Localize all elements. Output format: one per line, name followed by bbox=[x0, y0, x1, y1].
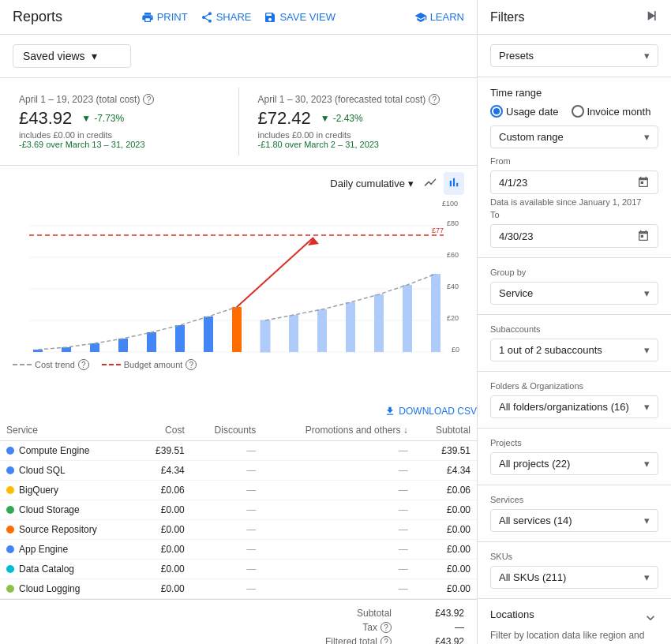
svg-rect-13 bbox=[33, 350, 43, 352]
chart-type-dropdown[interactable]: Daily cumulative ▾ bbox=[330, 178, 414, 189]
subtotal-cell: £39.51 bbox=[414, 441, 477, 461]
svg-rect-19 bbox=[204, 316, 213, 352]
filters-title: Filters bbox=[490, 10, 525, 24]
filtered-total-value: £43.92 bbox=[417, 636, 464, 644]
help-icon-2[interactable]: ? bbox=[429, 94, 440, 105]
tax-help-icon[interactable]: ? bbox=[380, 622, 392, 633]
cost-card-actual: April 1 – 19, 2023 (total cost) ? £43.92… bbox=[13, 88, 226, 155]
from-date-input[interactable]: 4/1/23 bbox=[490, 170, 658, 194]
folders-value: All folders/organizations (16) bbox=[499, 401, 629, 413]
toolbar: Saved views ▾ bbox=[0, 35, 477, 78]
svg-rect-22 bbox=[289, 315, 298, 352]
learn-button[interactable]: LEARN bbox=[414, 11, 464, 24]
cost-cell: £4.34 bbox=[136, 461, 190, 481]
subaccounts-section: Subaccounts 1 out of 2 subaccounts ▾ bbox=[478, 315, 671, 372]
print-button[interactable]: PRINT bbox=[141, 11, 188, 24]
subtotal-cell: £0.00 bbox=[414, 520, 477, 540]
svg-text:£60: £60 bbox=[447, 251, 459, 259]
subaccounts-value: 1 out of 2 subaccounts bbox=[499, 344, 602, 356]
cost-cell: £0.00 bbox=[136, 560, 190, 579]
left-panel: Reports PRINT SHARE SAVE VIEW LEARN Save… bbox=[0, 0, 478, 644]
th-service: Service bbox=[0, 420, 136, 441]
discounts-cell: — bbox=[191, 520, 263, 540]
cost-card-forecast: April 1 – 30, 2023 (forecasted total cos… bbox=[252, 88, 465, 155]
svg-rect-20 bbox=[232, 307, 242, 352]
to-date-input[interactable]: 4/30/23 bbox=[490, 224, 658, 248]
tax-value: — bbox=[417, 622, 464, 633]
discounts-cell: — bbox=[191, 500, 263, 520]
save-view-button[interactable]: SAVE VIEW bbox=[264, 11, 336, 24]
folders-arrow-icon: ▾ bbox=[644, 401, 650, 413]
line-chart-button[interactable] bbox=[420, 172, 440, 195]
cost-credits-2: includes £0.00 in credits bbox=[258, 130, 459, 140]
group-by-dropdown[interactable]: Service ▾ bbox=[490, 282, 658, 305]
subtotal-cell: £0.00 bbox=[414, 579, 477, 599]
subaccounts-dropdown[interactable]: 1 out of 2 subaccounts ▾ bbox=[490, 339, 658, 361]
table-row: Cloud Storage £0.00 — — £0.00 bbox=[0, 500, 477, 520]
cost-change-2: ▼ -2.43% bbox=[321, 113, 363, 124]
usage-date-radio-circle bbox=[490, 105, 503, 118]
service-color-dot bbox=[6, 565, 14, 573]
discounts-cell: — bbox=[191, 560, 263, 579]
tax-label: Tax ? bbox=[362, 622, 392, 633]
projects-dropdown[interactable]: All projects (22) ▾ bbox=[490, 452, 658, 475]
custom-range-label: Custom range bbox=[499, 131, 564, 143]
promotions-cell: — bbox=[262, 579, 414, 599]
legend-budget: Budget amount ? bbox=[102, 359, 197, 370]
table-row: Cloud SQL £4.34 — — £4.34 bbox=[0, 461, 477, 481]
to-label: To bbox=[490, 210, 658, 219]
table-row: Compute Engine £39.51 — — £39.51 bbox=[0, 441, 477, 461]
collapse-panel-button[interactable] bbox=[643, 8, 658, 26]
cost-trend-help[interactable]: ? bbox=[78, 359, 89, 370]
download-csv-button[interactable]: DOWNLOAD CSV bbox=[384, 406, 477, 417]
service-name: Source Repository bbox=[19, 524, 97, 535]
budget-help[interactable]: ? bbox=[186, 359, 197, 370]
subtotal-cell: £0.06 bbox=[414, 481, 477, 500]
locations-hint: Filter by location data like region and … bbox=[490, 630, 658, 644]
from-label: From bbox=[490, 156, 658, 166]
subtotal-cell: £0.00 bbox=[414, 500, 477, 520]
calendar-icon-from bbox=[637, 176, 650, 189]
discounts-cell: — bbox=[191, 540, 263, 560]
subtotal-cell: £0.00 bbox=[414, 540, 477, 560]
promotions-cell: — bbox=[262, 520, 414, 540]
subaccounts-label: Subaccounts bbox=[490, 324, 658, 334]
th-cost: Cost bbox=[136, 420, 190, 441]
service-name: Cloud SQL bbox=[19, 465, 66, 476]
chart-area: Daily cumulative ▾ £0 £20 £40 £60 £80 bbox=[0, 166, 477, 402]
cost-period-1: April 1 – 19, 2023 (total cost) ? bbox=[19, 94, 219, 105]
footer-tax-row: Tax ? — bbox=[13, 620, 464, 635]
custom-range-dropdown[interactable]: Custom range ▾ bbox=[490, 125, 658, 148]
folders-dropdown[interactable]: All folders/organizations (16) ▾ bbox=[490, 395, 658, 418]
saved-views-label: Saved views bbox=[23, 50, 85, 62]
skus-dropdown[interactable]: All SKUs (211) ▾ bbox=[490, 566, 658, 589]
locations-expand-icon[interactable] bbox=[643, 610, 658, 626]
share-button[interactable]: SHARE bbox=[201, 11, 252, 24]
service-color-dot bbox=[6, 506, 14, 514]
chevron-down-icon: ▾ bbox=[92, 50, 97, 62]
services-dropdown[interactable]: All services (14) ▾ bbox=[490, 509, 658, 532]
service-color-dot bbox=[6, 447, 14, 455]
locations-title: Locations bbox=[490, 608, 534, 620]
bar-chart-button[interactable] bbox=[444, 172, 464, 195]
invoice-month-radio[interactable]: Invoice month bbox=[572, 105, 651, 118]
invoice-month-label: Invoice month bbox=[587, 106, 651, 118]
time-range-radio-group: Usage date Invoice month bbox=[490, 105, 658, 118]
sort-icon[interactable]: ↓ bbox=[403, 425, 408, 436]
saved-views-dropdown[interactable]: Saved views ▾ bbox=[13, 44, 131, 68]
cost-compare-1: -£3.69 over March 13 – 31, 2023 bbox=[19, 140, 219, 149]
footer-subtotal-row: Subtotal £43.92 bbox=[13, 606, 464, 620]
presets-dropdown[interactable]: Presets ▾ bbox=[490, 44, 658, 67]
filtered-total-help-icon[interactable]: ? bbox=[380, 636, 392, 644]
cost-cell: £0.00 bbox=[136, 520, 190, 540]
service-color-dot bbox=[6, 486, 14, 494]
skus-label: SKUs bbox=[490, 552, 658, 561]
svg-rect-23 bbox=[317, 309, 327, 352]
to-date-value: 4/30/23 bbox=[499, 230, 533, 242]
discounts-cell: — bbox=[191, 461, 263, 481]
th-subtotal: Subtotal bbox=[414, 420, 477, 441]
help-icon-1[interactable]: ? bbox=[143, 94, 154, 105]
usage-date-radio[interactable]: Usage date bbox=[490, 105, 559, 118]
share-label: SHARE bbox=[216, 11, 252, 23]
legend-cost-trend: Cost trend ? bbox=[13, 359, 89, 370]
